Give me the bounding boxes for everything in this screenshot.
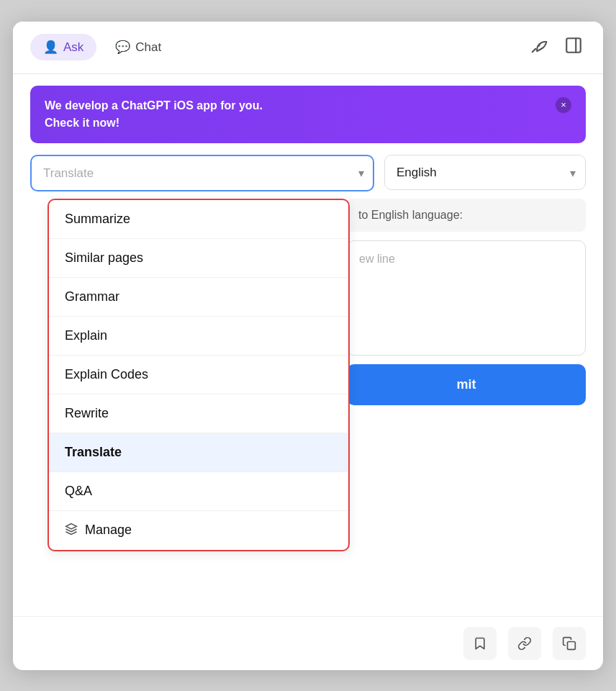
ask-tab-icon: 👤 — [43, 40, 58, 55]
language-select-wrapper: English Spanish French German Chinese ▾ — [384, 155, 586, 191]
bookmark-button[interactable] — [463, 627, 497, 660]
right-panel: to English language: ew line mit — [347, 199, 586, 405]
instruction-text: to English language: — [347, 199, 586, 232]
manage-layers-icon — [65, 523, 78, 538]
sidebar-toggle-button[interactable] — [561, 33, 586, 62]
dropdown-item-explain-codes[interactable]: Explain Codes — [49, 356, 348, 394]
dropdown-item-similar-pages[interactable]: Similar pages — [49, 239, 348, 278]
chat-tab-icon: 💬 — [115, 40, 130, 55]
header-icons — [527, 33, 586, 62]
link-button[interactable] — [508, 627, 541, 660]
dropdown-item-translate[interactable]: Translate — [49, 433, 348, 472]
svg-marker-3 — [66, 523, 77, 529]
ask-tab[interactable]: 👤 Ask — [30, 34, 96, 60]
dropdown-item-summarize[interactable]: Summarize — [49, 200, 348, 239]
dropdown-item-grammar[interactable]: Grammar — [49, 278, 348, 317]
bottom-toolbar — [13, 616, 603, 670]
text-input-area: ew line — [347, 240, 586, 356]
chat-tab-label: Chat — [135, 40, 161, 55]
promo-banner: We develop a ChatGPT iOS app for you. Ch… — [30, 86, 586, 143]
header: 👤 Ask 💬 Chat — [13, 22, 603, 74]
mode-select[interactable]: Translate Summarize Similar pages Gramma… — [30, 155, 374, 191]
svg-point-0 — [538, 44, 540, 46]
ask-tab-label: Ask — [63, 40, 83, 55]
launch-button[interactable] — [527, 33, 551, 62]
tab-bar: 👤 Ask 💬 Chat — [30, 34, 174, 60]
banner-close-button[interactable]: × — [556, 97, 571, 113]
main-content: Summarize Similar pages Grammar Explain … — [13, 199, 603, 616]
dropdown-item-explain[interactable]: Explain — [49, 317, 348, 356]
controls-row: Translate Summarize Similar pages Gramma… — [13, 155, 603, 191]
language-select[interactable]: English Spanish French German Chinese — [384, 155, 586, 190]
app-window: 👤 Ask 💬 Chat — [13, 22, 603, 670]
dropdown-menu: Summarize Similar pages Grammar Explain … — [47, 199, 350, 551]
submit-button[interactable]: mit — [347, 364, 586, 405]
copy-button[interactable] — [553, 627, 586, 660]
svg-rect-1 — [566, 38, 581, 53]
chat-tab[interactable]: 💬 Chat — [102, 34, 174, 60]
banner-text: We develop a ChatGPT iOS app for you. Ch… — [45, 97, 263, 132]
content-spacer: Summarize Similar pages Grammar Explain … — [30, 199, 586, 602]
dropdown-item-manage[interactable]: Manage — [49, 511, 348, 550]
dropdown-item-rewrite[interactable]: Rewrite — [49, 394, 348, 433]
dropdown-item-qa[interactable]: Q&A — [49, 472, 348, 511]
svg-rect-4 — [568, 641, 576, 649]
mode-select-wrapper: Translate Summarize Similar pages Gramma… — [30, 155, 374, 191]
